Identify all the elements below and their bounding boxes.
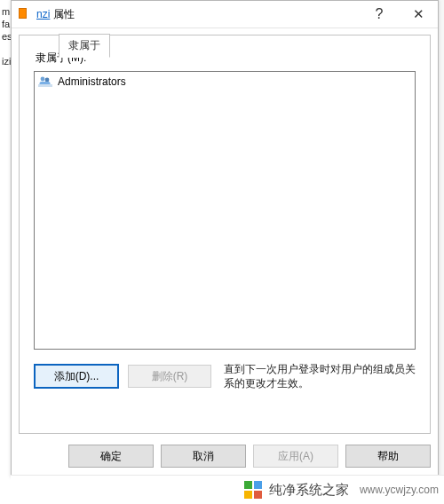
ok-button[interactable]: 确定 xyxy=(68,445,154,468)
groups-listbox[interactable]: Administrators xyxy=(34,71,416,350)
brand-name: 纯净系统之家 xyxy=(269,482,349,499)
apply-button: 应用(A) xyxy=(253,445,338,468)
brand-logo-icon xyxy=(244,481,262,499)
tab-body: 隶属于(M): Administrators 添加(D)... 删除(R) 直到… xyxy=(19,35,431,434)
svg-rect-4 xyxy=(244,481,252,489)
properties-dialog: nzi 属性 ? ✕ 常规 隶属于 配置文件 隶属于(M): Administr… xyxy=(11,0,439,477)
svg-rect-3 xyxy=(38,84,52,87)
group-icon xyxy=(38,75,52,89)
close-icon[interactable]: ✕ xyxy=(399,1,438,28)
svg-rect-5 xyxy=(254,481,262,489)
bg-left-text: mi fa es izi xyxy=(0,5,11,67)
watermark-footer: 纯净系统之家 www.ycwjzy.com xyxy=(11,475,444,504)
list-item[interactable]: Administrators xyxy=(35,72,415,91)
help-button[interactable]: 帮助 xyxy=(345,445,431,468)
group-name: Administrators xyxy=(58,75,126,88)
add-button[interactable]: 添加(D)... xyxy=(34,364,119,389)
brand-url: www.ycwjzy.com xyxy=(360,484,439,496)
svg-point-1 xyxy=(45,78,50,83)
svg-rect-7 xyxy=(254,491,262,499)
help-icon[interactable]: ? xyxy=(360,1,399,28)
app-icon xyxy=(19,8,31,20)
window-title: nzi 属性 xyxy=(36,7,75,22)
remove-button: 删除(R) xyxy=(128,365,211,388)
title-bar[interactable]: nzi 属性 ? ✕ xyxy=(12,1,438,28)
tab-member-of[interactable]: 隶属于 xyxy=(59,34,110,58)
membership-note: 直到下一次用户登录时对用户的组成员关系的更改才生效。 xyxy=(224,362,416,390)
dialog-buttons: 确定 取消 应用(A) 帮助 xyxy=(12,445,431,468)
svg-rect-6 xyxy=(244,491,252,499)
svg-point-0 xyxy=(41,77,45,82)
cancel-button[interactable]: 取消 xyxy=(161,445,246,468)
